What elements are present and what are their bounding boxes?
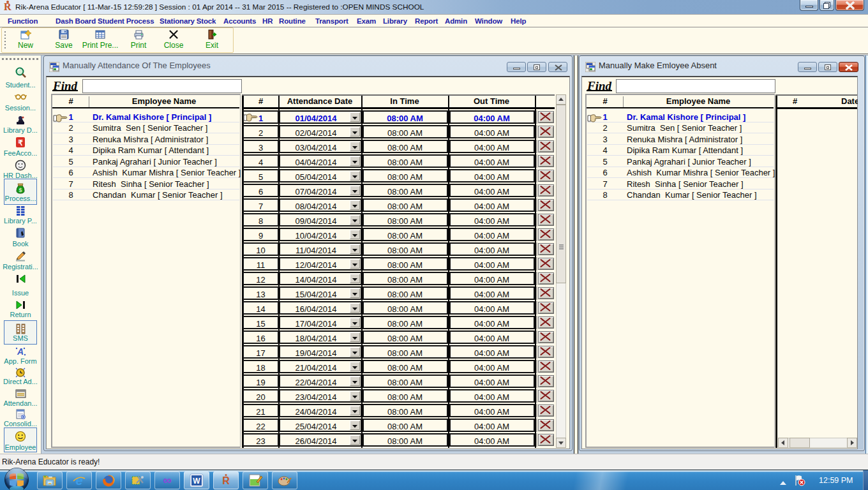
svg-text:₹: ₹ [18,138,23,147]
svg-text:R: R [222,475,230,486]
svg-text:A: A [17,346,24,357]
svg-text:$: $ [19,187,22,193]
svg-text:e: e [75,473,82,487]
svg-text:W: W [193,477,200,486]
svg-text:∞: ∞ [163,473,172,487]
